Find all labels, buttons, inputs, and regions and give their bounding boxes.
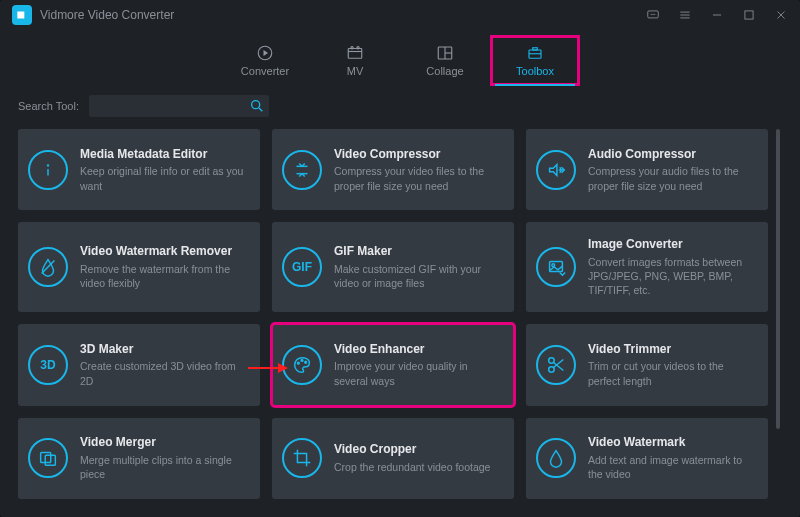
tool-desc: Improve your video quality in several wa…	[334, 359, 502, 387]
palette-icon	[282, 345, 322, 385]
info-icon	[28, 150, 68, 190]
window-controls	[646, 8, 788, 22]
tool-title: 3D Maker	[80, 342, 248, 358]
titlebar: Vidmore Video Converter	[0, 0, 800, 30]
crop-icon	[282, 438, 322, 478]
maximize-icon[interactable]	[742, 8, 756, 22]
body: Search Tool: Media Metadata Editor Keep …	[0, 85, 800, 517]
tool-video-enhancer[interactable]: Video Enhancer Improve your video qualit…	[272, 324, 514, 405]
tool-video-watermark-remover[interactable]: Video Watermark Remover Remove the water…	[18, 222, 260, 312]
tool-media-metadata-editor[interactable]: Media Metadata Editor Keep original file…	[18, 129, 260, 210]
watermark-icon	[536, 438, 576, 478]
tool-title: Video Watermark Remover	[80, 244, 248, 260]
search-input[interactable]	[89, 95, 269, 117]
svg-point-25	[47, 164, 49, 166]
tool-grid-wrap: Media Metadata Editor Keep original file…	[18, 129, 782, 499]
tab-label: Collage	[426, 65, 463, 77]
tool-title: Video Watermark	[588, 435, 756, 451]
tool-grid: Media Metadata Editor Keep original file…	[18, 129, 782, 499]
tab-label: Converter	[241, 65, 289, 77]
scrollbar[interactable]	[776, 129, 780, 429]
tool-gif-maker[interactable]: GIF GIF Maker Make customized GIF with y…	[272, 222, 514, 312]
tab-collage[interactable]: Collage	[400, 35, 490, 85]
tool-title: Image Converter	[588, 237, 756, 253]
svg-marker-29	[550, 164, 557, 175]
svg-rect-8	[745, 11, 753, 19]
tool-video-cropper[interactable]: Video Cropper Crop the redundant video f…	[272, 418, 514, 499]
menu-icon[interactable]	[678, 8, 692, 22]
tool-title: Video Enhancer	[334, 342, 502, 358]
tool-desc: Remove the watermark from the video flex…	[80, 262, 248, 290]
compress-icon	[282, 150, 322, 190]
tool-desc: Make customized GIF with your video or i…	[334, 262, 502, 290]
gif-icon: GIF	[282, 247, 322, 287]
tool-desc: Compress your audio files to the proper …	[588, 164, 756, 192]
tool-title: GIF Maker	[334, 244, 502, 260]
search-icon[interactable]	[249, 98, 265, 114]
tool-title: Video Cropper	[334, 442, 490, 458]
tab-mv[interactable]: MV	[310, 35, 400, 85]
tab-highlight	[490, 35, 580, 86]
tool-desc: Trim or cut your videos to the perfect l…	[588, 359, 756, 387]
svg-rect-32	[550, 262, 563, 272]
app-logo-icon	[12, 5, 32, 25]
svg-point-15	[351, 46, 353, 48]
merge-icon	[28, 438, 68, 478]
svg-point-16	[357, 46, 359, 48]
app-title: Vidmore Video Converter	[40, 8, 174, 22]
svg-marker-12	[264, 50, 269, 56]
tool-title: Video Compressor	[334, 147, 502, 163]
svg-point-2	[653, 14, 654, 15]
minimize-icon[interactable]	[710, 8, 724, 22]
tool-title: Media Metadata Editor	[80, 147, 248, 163]
3d-icon: 3D	[28, 345, 68, 385]
audio-compress-icon	[536, 150, 576, 190]
tool-video-watermark[interactable]: Video Watermark Add text and image water…	[526, 418, 768, 499]
svg-point-23	[252, 101, 260, 109]
svg-point-35	[301, 359, 303, 361]
tool-desc: Create customized 3D video from 2D	[80, 359, 248, 387]
search-label: Search Tool:	[18, 100, 79, 112]
tool-desc: Add text and image watermark to the vide…	[588, 453, 756, 481]
tool-desc: Merge multiple clips into a single piece	[80, 453, 248, 481]
tool-desc: Compress your video files to the proper …	[334, 164, 502, 192]
tool-image-converter[interactable]: Image Converter Convert images formats b…	[526, 222, 768, 312]
tool-audio-compressor[interactable]: Audio Compressor Compress your audio fil…	[526, 129, 768, 210]
tool-title: Audio Compressor	[588, 147, 756, 163]
main-nav: Converter MV Collage Toolbox	[0, 30, 800, 85]
tab-toolbox[interactable]: Toolbox	[490, 35, 580, 85]
water-drop-icon	[28, 247, 68, 287]
app-window: Vidmore Video Converter Converter MV Col…	[0, 0, 800, 517]
tool-video-merger[interactable]: Video Merger Merge multiple clips into a…	[18, 418, 260, 499]
tab-label: MV	[347, 65, 364, 77]
svg-point-3	[654, 14, 655, 15]
tool-3d-maker[interactable]: 3D 3D Maker Create customized 3D video f…	[18, 324, 260, 405]
feedback-icon[interactable]	[646, 8, 660, 22]
tool-desc: Crop the redundant video footage	[334, 460, 490, 474]
titlebar-left: Vidmore Video Converter	[12, 5, 174, 25]
scissors-icon	[536, 345, 576, 385]
tool-video-trimmer[interactable]: Video Trimmer Trim or cut your videos to…	[526, 324, 768, 405]
svg-line-24	[259, 108, 262, 111]
tool-desc: Convert images formats between JPG/JPEG,…	[588, 255, 756, 298]
search-box	[89, 95, 269, 117]
tool-title: Video Merger	[80, 435, 248, 451]
svg-rect-13	[348, 48, 362, 58]
image-convert-icon	[536, 247, 576, 287]
svg-point-1	[651, 14, 652, 15]
close-icon[interactable]	[774, 8, 788, 22]
search-row: Search Tool:	[18, 95, 782, 117]
tab-converter[interactable]: Converter	[220, 35, 310, 85]
svg-point-34	[297, 362, 299, 364]
tool-desc: Keep original file info or edit as you w…	[80, 164, 248, 192]
tool-title: Video Trimmer	[588, 342, 756, 358]
svg-point-36	[305, 361, 307, 363]
tool-video-compressor[interactable]: Video Compressor Compress your video fil…	[272, 129, 514, 210]
